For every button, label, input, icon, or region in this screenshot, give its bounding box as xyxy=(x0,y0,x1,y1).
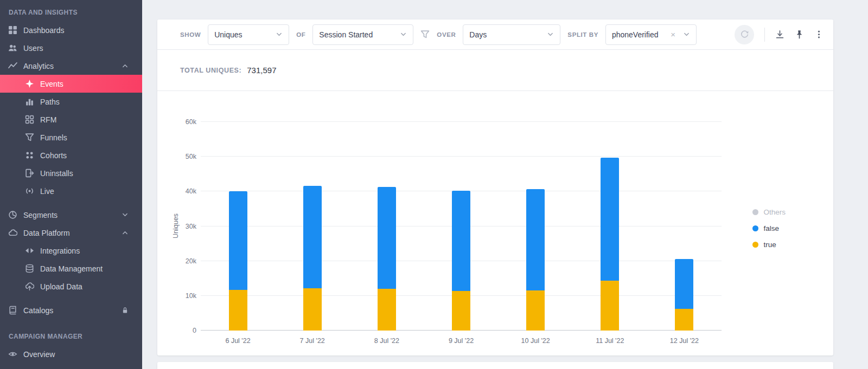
sidebar-item-label: Live xyxy=(40,187,54,196)
bar-segment-false[interactable] xyxy=(303,186,322,288)
legend-item-true[interactable]: true xyxy=(752,241,786,249)
download-button[interactable] xyxy=(775,30,784,39)
sidebar-item-label: Events xyxy=(40,80,63,88)
chevron-up-icon[interactable] xyxy=(122,229,129,236)
over-dropdown-value: Days xyxy=(469,30,487,39)
next-card-edge xyxy=(157,362,833,369)
bar-segment-true[interactable] xyxy=(378,289,396,331)
sidebar-item-integrations[interactable]: Integrations xyxy=(0,242,142,260)
event-dropdown[interactable]: Session Started xyxy=(312,24,413,45)
sidebar-item-dashboards[interactable]: Dashboards xyxy=(0,21,142,39)
sidebar-item-catalogs[interactable]: Catalogs xyxy=(0,301,142,319)
y-tick-label: 30k xyxy=(175,223,196,230)
legend-dot xyxy=(752,225,758,231)
legend-item-others[interactable]: Others xyxy=(752,208,786,216)
bar-11-jul-22[interactable] xyxy=(601,158,619,331)
pin-icon xyxy=(795,30,804,39)
sidebar-item-users[interactable]: Users xyxy=(0,39,142,57)
kebab-menu-icon xyxy=(814,30,824,39)
bar-7-jul-22[interactable] xyxy=(303,186,322,331)
refresh-icon xyxy=(740,30,749,39)
bar-segment-false[interactable] xyxy=(675,259,693,309)
bar-segment-true[interactable] xyxy=(303,288,322,331)
more-options-button[interactable] xyxy=(814,30,824,39)
x-tick-label: 6 Jul '22 xyxy=(225,337,250,345)
bar-6-jul-22[interactable] xyxy=(229,191,247,331)
total-uniques-label: TOTAL UNIQUES: xyxy=(180,67,241,74)
sidebar-item-cohorts[interactable]: Cohorts xyxy=(0,146,142,164)
chevron-down-icon[interactable] xyxy=(122,211,129,218)
sidebar-item-analytics[interactable]: Analytics xyxy=(0,57,142,75)
x-tick-label: 10 Jul '22 xyxy=(521,337,550,345)
sidebar-item-events[interactable]: Events xyxy=(0,75,142,93)
chevron-up-icon[interactable] xyxy=(122,62,129,69)
gridline xyxy=(201,156,722,157)
sidebar-item-label: Paths xyxy=(40,98,60,106)
plot-area: 010k20k30k40k50k60k xyxy=(201,122,722,331)
event-dropdown-value: Session Started xyxy=(319,30,373,39)
y-tick-label: 0 xyxy=(175,327,196,334)
legend-item-false[interactable]: false xyxy=(752,224,786,232)
bar-segment-false[interactable] xyxy=(229,191,247,290)
sidebar-item-funnels[interactable]: Funnels xyxy=(0,128,142,146)
cohorts-icon xyxy=(25,151,34,160)
bar-segment-false[interactable] xyxy=(526,189,545,290)
bar-12-jul-22[interactable] xyxy=(675,259,693,331)
sidebar-item-overview[interactable]: Overview xyxy=(0,345,142,363)
sidebar-item-live[interactable]: Live xyxy=(0,182,142,200)
y-tick-label: 50k xyxy=(175,153,196,160)
bar-segment-true[interactable] xyxy=(229,290,247,331)
chart-legend: Othersfalsetrue xyxy=(752,208,786,249)
sidebar-item-label: Cohorts xyxy=(40,151,67,160)
sidebar-item-label: Integrations xyxy=(40,247,80,255)
bar-8-jul-22[interactable] xyxy=(378,187,396,331)
y-tick-label: 10k xyxy=(175,292,196,300)
bar-segment-true[interactable] xyxy=(526,290,545,331)
x-tick-label: 8 Jul '22 xyxy=(374,337,399,345)
bar-10-jul-22[interactable] xyxy=(526,189,545,331)
sidebar-item-label: RFM xyxy=(40,115,56,124)
split-by-label: SPLIT BY xyxy=(567,31,598,38)
sidebar-section-header: CAMPAIGN MANAGER xyxy=(0,325,142,345)
sidebar-item-upload-data[interactable]: Upload Data xyxy=(0,277,142,295)
sidebar-item-label: Overview xyxy=(23,350,55,359)
show-label: SHOW xyxy=(180,31,201,38)
bar-segment-true[interactable] xyxy=(601,281,619,331)
show-dropdown[interactable]: Uniques xyxy=(208,24,289,45)
sidebar-section-header: DATA AND INSIGHTS xyxy=(0,1,142,21)
dashboards-icon xyxy=(8,25,17,35)
overview-icon xyxy=(8,349,17,359)
sidebar-item-uninstalls[interactable]: Uninstalls xyxy=(0,164,142,182)
legend-label: Others xyxy=(763,208,786,216)
remove-split-icon[interactable]: × xyxy=(668,30,679,39)
legend-dot xyxy=(752,242,758,248)
query-toolbar: SHOW Uniques OF Session Started OVER Day… xyxy=(157,20,833,50)
filter-icon[interactable] xyxy=(420,30,430,39)
toolbar-actions xyxy=(735,25,824,44)
refresh-button[interactable] xyxy=(735,25,754,44)
events-icon xyxy=(25,79,34,88)
analytics-icon xyxy=(8,61,17,70)
sidebar-item-paths[interactable]: Paths xyxy=(0,93,142,111)
x-tick-label: 7 Jul '22 xyxy=(300,337,325,345)
pin-button[interactable] xyxy=(795,30,804,39)
bar-segment-false[interactable] xyxy=(378,187,396,289)
x-tick-label: 12 Jul '22 xyxy=(670,337,699,345)
bar-9-jul-22[interactable] xyxy=(452,191,470,331)
bar-segment-true[interactable] xyxy=(452,291,470,331)
split-by-dropdown[interactable]: phoneVerified × xyxy=(605,24,697,45)
bar-segment-false[interactable] xyxy=(601,158,619,281)
sidebar-item-data-platform[interactable]: Data Platform xyxy=(0,224,142,242)
sidebar-item-data-management[interactable]: Data Management xyxy=(0,260,142,277)
paths-icon xyxy=(25,97,34,106)
sidebar-item-segments[interactable]: Segments xyxy=(0,206,142,224)
legend-label: false xyxy=(763,224,779,232)
sidebar-item-label: Analytics xyxy=(23,62,54,70)
sidebar-item-rfm[interactable]: RFM xyxy=(0,111,142,128)
bar-segment-true[interactable] xyxy=(675,309,693,331)
over-dropdown[interactable]: Days xyxy=(463,24,560,45)
bar-segment-false[interactable] xyxy=(452,191,470,291)
users-icon xyxy=(8,43,17,53)
total-uniques-value: 731,597 xyxy=(247,66,276,75)
of-label: OF xyxy=(296,31,305,38)
